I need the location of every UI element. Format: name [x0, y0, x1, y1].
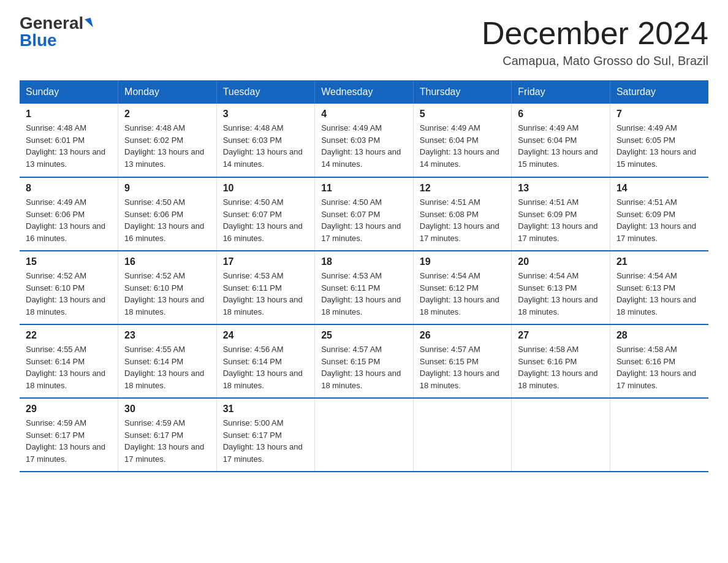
- day-info: Sunrise: 4:50 AMSunset: 6:07 PMDaylight:…: [223, 196, 309, 244]
- cell-week1-day1: 2Sunrise: 4:48 AMSunset: 6:02 PMDaylight…: [118, 104, 217, 177]
- day-number: 3: [223, 109, 309, 120]
- day-info: Sunrise: 4:49 AMSunset: 6:05 PMDaylight:…: [616, 122, 702, 170]
- day-info: Sunrise: 4:50 AMSunset: 6:07 PMDaylight:…: [321, 196, 407, 244]
- day-number: 27: [518, 330, 604, 341]
- cell-week4-day5: 27Sunrise: 4:58 AMSunset: 6:16 PMDayligh…: [512, 324, 610, 398]
- day-info: Sunrise: 4:48 AMSunset: 6:03 PMDaylight:…: [223, 122, 309, 170]
- day-number: 2: [124, 109, 210, 120]
- cell-week1-day4: 5Sunrise: 4:49 AMSunset: 6:04 PMDaylight…: [413, 104, 512, 177]
- day-info: Sunrise: 5:00 AMSunset: 6:17 PMDaylight:…: [223, 417, 309, 465]
- day-number: 8: [26, 183, 112, 194]
- cell-week5-day1: 30Sunrise: 4:59 AMSunset: 6:17 PMDayligh…: [118, 398, 217, 472]
- cell-week5-day0: 29Sunrise: 4:59 AMSunset: 6:17 PMDayligh…: [20, 398, 118, 472]
- day-info: Sunrise: 4:59 AMSunset: 6:17 PMDaylight:…: [124, 417, 210, 465]
- cell-week5-day5: [512, 398, 610, 472]
- calendar-header: Sunday Monday Tuesday Wednesday Thursday…: [20, 80, 708, 104]
- day-number: 12: [420, 183, 506, 194]
- day-info: Sunrise: 4:55 AMSunset: 6:14 PMDaylight:…: [26, 343, 112, 391]
- cell-week3-day6: 21Sunrise: 4:54 AMSunset: 6:13 PMDayligh…: [610, 251, 708, 324]
- day-info: Sunrise: 4:54 AMSunset: 6:13 PMDaylight:…: [518, 270, 604, 318]
- week-row-2: 8Sunrise: 4:49 AMSunset: 6:06 PMDaylight…: [20, 177, 708, 251]
- week-row-3: 15Sunrise: 4:52 AMSunset: 6:10 PMDayligh…: [20, 251, 708, 324]
- day-number: 10: [223, 183, 309, 194]
- cell-week4-day6: 28Sunrise: 4:58 AMSunset: 6:16 PMDayligh…: [610, 324, 708, 398]
- logo-general-text: General: [20, 15, 83, 32]
- day-info: Sunrise: 4:48 AMSunset: 6:02 PMDaylight:…: [124, 122, 210, 170]
- col-monday: Monday: [118, 80, 217, 104]
- logo-triangle-icon: [85, 18, 93, 29]
- cell-week3-day5: 20Sunrise: 4:54 AMSunset: 6:13 PMDayligh…: [512, 251, 610, 324]
- day-number: 16: [124, 256, 210, 267]
- cell-week2-day0: 8Sunrise: 4:49 AMSunset: 6:06 PMDaylight…: [20, 177, 118, 251]
- day-info: Sunrise: 4:59 AMSunset: 6:17 PMDaylight:…: [26, 417, 112, 465]
- logo: General Blue: [20, 15, 92, 49]
- title-section: December 2024 Camapua, Mato Grosso do Su…: [482, 15, 708, 68]
- day-info: Sunrise: 4:52 AMSunset: 6:10 PMDaylight:…: [26, 270, 112, 318]
- col-thursday: Thursday: [413, 80, 512, 104]
- cell-week1-day6: 7Sunrise: 4:49 AMSunset: 6:05 PMDaylight…: [610, 104, 708, 177]
- day-number: 20: [518, 256, 604, 267]
- top-section: General Blue December 2024 Camapua, Mato…: [20, 15, 708, 68]
- cell-week3-day2: 17Sunrise: 4:53 AMSunset: 6:11 PMDayligh…: [216, 251, 315, 324]
- cell-week4-day0: 22Sunrise: 4:55 AMSunset: 6:14 PMDayligh…: [20, 324, 118, 398]
- day-info: Sunrise: 4:49 AMSunset: 6:04 PMDaylight:…: [518, 122, 604, 170]
- day-info: Sunrise: 4:52 AMSunset: 6:10 PMDaylight:…: [124, 270, 210, 318]
- day-number: 17: [223, 256, 309, 267]
- day-number: 13: [518, 183, 604, 194]
- day-info: Sunrise: 4:57 AMSunset: 6:15 PMDaylight:…: [420, 343, 506, 391]
- cell-week3-day3: 18Sunrise: 4:53 AMSunset: 6:11 PMDayligh…: [315, 251, 414, 324]
- day-info: Sunrise: 4:53 AMSunset: 6:11 PMDaylight:…: [321, 270, 407, 318]
- day-number: 6: [518, 109, 604, 120]
- day-number: 9: [124, 183, 210, 194]
- day-info: Sunrise: 4:48 AMSunset: 6:01 PMDaylight:…: [26, 122, 112, 170]
- day-info: Sunrise: 4:49 AMSunset: 6:06 PMDaylight:…: [26, 196, 112, 244]
- day-number: 25: [321, 330, 407, 341]
- week-row-1: 1Sunrise: 4:48 AMSunset: 6:01 PMDaylight…: [20, 104, 708, 177]
- cell-week1-day2: 3Sunrise: 4:48 AMSunset: 6:03 PMDaylight…: [216, 104, 315, 177]
- col-friday: Friday: [512, 80, 610, 104]
- cell-week4-day1: 23Sunrise: 4:55 AMSunset: 6:14 PMDayligh…: [118, 324, 217, 398]
- day-number: 1: [26, 109, 112, 120]
- cell-week3-day0: 15Sunrise: 4:52 AMSunset: 6:10 PMDayligh…: [20, 251, 118, 324]
- day-info: Sunrise: 4:55 AMSunset: 6:14 PMDaylight:…: [124, 343, 210, 391]
- day-info: Sunrise: 4:49 AMSunset: 6:03 PMDaylight:…: [321, 122, 407, 170]
- day-info: Sunrise: 4:49 AMSunset: 6:04 PMDaylight:…: [420, 122, 506, 170]
- day-info: Sunrise: 4:57 AMSunset: 6:15 PMDaylight:…: [321, 343, 407, 391]
- cell-week2-day6: 14Sunrise: 4:51 AMSunset: 6:09 PMDayligh…: [610, 177, 708, 251]
- day-info: Sunrise: 4:50 AMSunset: 6:06 PMDaylight:…: [124, 196, 210, 244]
- logo-blue-text: Blue: [20, 31, 57, 50]
- cell-week2-day5: 13Sunrise: 4:51 AMSunset: 6:09 PMDayligh…: [512, 177, 610, 251]
- cell-week2-day3: 11Sunrise: 4:50 AMSunset: 6:07 PMDayligh…: [315, 177, 414, 251]
- day-number: 26: [420, 330, 506, 341]
- day-info: Sunrise: 4:58 AMSunset: 6:16 PMDaylight:…: [518, 343, 604, 391]
- month-title: December 2024: [482, 15, 708, 52]
- day-number: 24: [223, 330, 309, 341]
- day-number: 22: [26, 330, 112, 341]
- cell-week3-day4: 19Sunrise: 4:54 AMSunset: 6:12 PMDayligh…: [413, 251, 512, 324]
- day-info: Sunrise: 4:51 AMSunset: 6:09 PMDaylight:…: [616, 196, 702, 244]
- header-row: Sunday Monday Tuesday Wednesday Thursday…: [20, 80, 708, 104]
- day-number: 23: [124, 330, 210, 341]
- day-number: 29: [26, 404, 112, 415]
- cell-week4-day2: 24Sunrise: 4:56 AMSunset: 6:14 PMDayligh…: [216, 324, 315, 398]
- col-saturday: Saturday: [610, 80, 708, 104]
- day-info: Sunrise: 4:56 AMSunset: 6:14 PMDaylight:…: [223, 343, 309, 391]
- day-number: 11: [321, 183, 407, 194]
- day-info: Sunrise: 4:54 AMSunset: 6:12 PMDaylight:…: [420, 270, 506, 318]
- day-number: 19: [420, 256, 506, 267]
- cell-week5-day6: [610, 398, 708, 472]
- col-wednesday: Wednesday: [315, 80, 414, 104]
- cell-week3-day1: 16Sunrise: 4:52 AMSunset: 6:10 PMDayligh…: [118, 251, 217, 324]
- week-row-4: 22Sunrise: 4:55 AMSunset: 6:14 PMDayligh…: [20, 324, 708, 398]
- cell-week1-day5: 6Sunrise: 4:49 AMSunset: 6:04 PMDaylight…: [512, 104, 610, 177]
- cell-week5-day4: [413, 398, 512, 472]
- day-info: Sunrise: 4:51 AMSunset: 6:08 PMDaylight:…: [420, 196, 506, 244]
- cell-week2-day2: 10Sunrise: 4:50 AMSunset: 6:07 PMDayligh…: [216, 177, 315, 251]
- cell-week2-day1: 9Sunrise: 4:50 AMSunset: 6:06 PMDaylight…: [118, 177, 217, 251]
- day-number: 31: [223, 404, 309, 415]
- day-info: Sunrise: 4:51 AMSunset: 6:09 PMDaylight:…: [518, 196, 604, 244]
- day-number: 15: [26, 256, 112, 267]
- cell-week4-day3: 25Sunrise: 4:57 AMSunset: 6:15 PMDayligh…: [315, 324, 414, 398]
- day-number: 21: [616, 256, 702, 267]
- day-number: 5: [420, 109, 506, 120]
